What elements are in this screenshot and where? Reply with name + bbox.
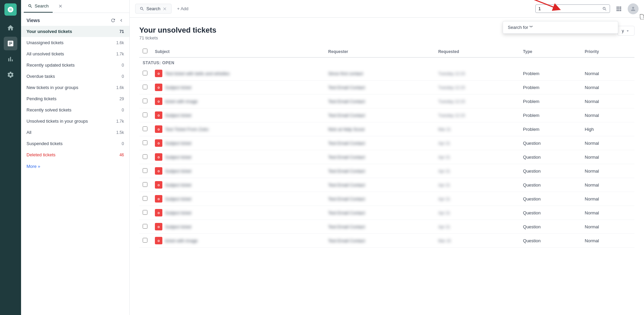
ticket-subject[interactable]: Subject ticket: [165, 155, 191, 160]
ticket-subject[interactable]: ticket with image: [165, 99, 198, 104]
nav-tickets[interactable]: [4, 37, 17, 50]
sidebar-item-label: Recently updated tickets: [26, 63, 119, 68]
sidebar: Search Views Your unsolved tickets71Unas…: [21, 0, 130, 315]
ticket-subject[interactable]: Subject ticket: [165, 113, 191, 118]
row-checkbox[interactable]: [143, 154, 147, 159]
sort-button[interactable]: y: [618, 26, 635, 36]
collapse-icon[interactable]: [119, 18, 124, 23]
ticket-avatar: o: [155, 139, 162, 147]
close-tab-icon[interactable]: [162, 6, 167, 11]
ticket-type: Question: [520, 150, 582, 164]
global-search-box[interactable]: [535, 4, 610, 13]
sidebar-item[interactable]: All1.5k: [21, 127, 129, 138]
table-row: oSubject ticketTest Email ContactApr 21Q…: [139, 206, 634, 220]
app-logo[interactable]: [4, 3, 17, 16]
ticket-avatar: o: [155, 70, 162, 77]
requester-header[interactable]: Requester: [325, 46, 435, 57]
sidebar-item[interactable]: Pending tickets29: [21, 93, 129, 104]
sidebar-item-label: Suspended tickets: [26, 141, 119, 146]
row-checkbox[interactable]: [143, 238, 147, 243]
content-actions: y: [618, 26, 635, 36]
sidebar-item[interactable]: Recently updated tickets0: [21, 59, 129, 71]
ticket-subject[interactable]: Subject ticket: [165, 224, 191, 229]
nav-settings[interactable]: [4, 68, 17, 82]
ticket-subject[interactable]: Subject ticket: [165, 210, 191, 215]
ticket-subject[interactable]: Test ticket with bells and whistles: [165, 71, 230, 76]
nav-home[interactable]: [4, 21, 17, 35]
search-dropdown-label[interactable]: Search for '*': [508, 25, 533, 30]
type-header[interactable]: Type: [520, 46, 582, 57]
row-checkbox[interactable]: [143, 71, 147, 75]
sidebar-item[interactable]: Unsolved tickets in your groups1.7k: [21, 116, 129, 127]
sidebar-item[interactable]: New tickets in your groups1.6k: [21, 82, 129, 93]
requested-header[interactable]: Requested: [435, 46, 520, 57]
ticket-avatar: o: [155, 223, 162, 230]
row-checkbox[interactable]: [143, 140, 147, 145]
tab-close[interactable]: [54, 0, 67, 13]
ticket-subject[interactable]: Test Ticket From Zuko: [165, 127, 209, 132]
ticket-priority: Normal: [582, 178, 634, 192]
table-row: oticket with imageTest Email ContactMar …: [139, 234, 634, 248]
select-all-checkbox[interactable]: [143, 49, 147, 53]
sidebar-item[interactable]: Overdue tasks0: [21, 71, 129, 82]
row-checkbox[interactable]: [143, 182, 147, 187]
ticket-subject[interactable]: Subject ticket: [165, 182, 191, 188]
sidebar-item[interactable]: All unsolved tickets1.7k: [21, 48, 129, 59]
ticket-priority: Normal: [582, 206, 634, 220]
row-checkbox[interactable]: [143, 126, 147, 131]
subject-header[interactable]: Subject: [151, 46, 325, 57]
sidebar-more[interactable]: More »: [21, 160, 129, 172]
sidebar-item[interactable]: Deleted tickets46: [21, 149, 129, 160]
ticket-requester: Nick at Help Scout: [328, 127, 364, 132]
row-checkbox[interactable]: [143, 99, 147, 103]
ticket-subject[interactable]: Subject ticket: [165, 169, 191, 174]
sidebar-item[interactable]: Suspended tickets0: [21, 138, 129, 149]
ticket-type: Problem: [520, 122, 582, 136]
ticket-requested-date: Mar 15: [438, 239, 451, 243]
row-checkbox[interactable]: [143, 112, 147, 117]
sidebar-item[interactable]: Your unsolved tickets71: [21, 26, 129, 37]
page-title: Your unsolved tickets: [139, 26, 216, 35]
ticket-subject[interactable]: Subject ticket: [165, 196, 191, 202]
user-avatar[interactable]: [628, 3, 639, 14]
ticket-requester: Test Email Contact: [328, 182, 365, 188]
row-checkbox[interactable]: [143, 224, 147, 229]
tab-search-label: Search: [35, 3, 49, 8]
ticket-requested-date: Tuesday 12:15: [438, 85, 465, 90]
ticket-priority: Normal: [582, 67, 634, 81]
search-input[interactable]: [538, 6, 600, 11]
search-tab[interactable]: Search: [135, 4, 172, 14]
table-row: oTest ticket with bells and whistlesSinc…: [139, 67, 634, 81]
sidebar-item-label: All unsolved tickets: [26, 51, 113, 56]
apps-button[interactable]: [613, 3, 624, 14]
tab-search[interactable]: Search: [24, 0, 53, 13]
sidebar-item[interactable]: Recently solved tickets0: [21, 104, 129, 116]
row-checkbox[interactable]: [143, 196, 147, 201]
ticket-requester: Since first contact: [328, 71, 363, 76]
sidebar-item-count: 46: [120, 153, 124, 157]
main-area: Search + Add Search for '*': [130, 0, 644, 315]
sidebar-item-label: All: [26, 130, 113, 135]
sidebar-item[interactable]: Unassigned tickets1.6k: [21, 37, 129, 48]
row-checkbox[interactable]: [143, 210, 147, 215]
ticket-priority: Normal: [582, 220, 634, 234]
ticket-subject[interactable]: Subject ticket: [165, 85, 191, 90]
add-tab-button[interactable]: + Add: [174, 4, 191, 13]
nav-reporting[interactable]: [4, 52, 17, 66]
ticket-type: Question: [520, 234, 582, 248]
ticket-type: Question: [520, 220, 582, 234]
ticket-type: Question: [520, 136, 582, 150]
row-checkbox[interactable]: [143, 85, 147, 89]
ticket-avatar: o: [155, 111, 162, 119]
ticket-priority: Normal: [582, 81, 634, 94]
ticket-subject[interactable]: ticket with image: [165, 238, 198, 243]
ticket-requested-date: Mar 21: [438, 127, 451, 132]
refresh-icon[interactable]: [110, 18, 116, 23]
priority-header[interactable]: Priority: [582, 46, 634, 57]
table-row: oSubject ticketTest Email ContactApr 21Q…: [139, 178, 634, 192]
add-tab-label: + Add: [177, 6, 189, 11]
row-checkbox[interactable]: [143, 168, 147, 173]
ticket-subject[interactable]: Subject ticket: [165, 141, 191, 146]
sidebar-item-label: Your unsolved tickets: [26, 29, 117, 34]
sidebar-item-label: Unassigned tickets: [26, 40, 113, 45]
